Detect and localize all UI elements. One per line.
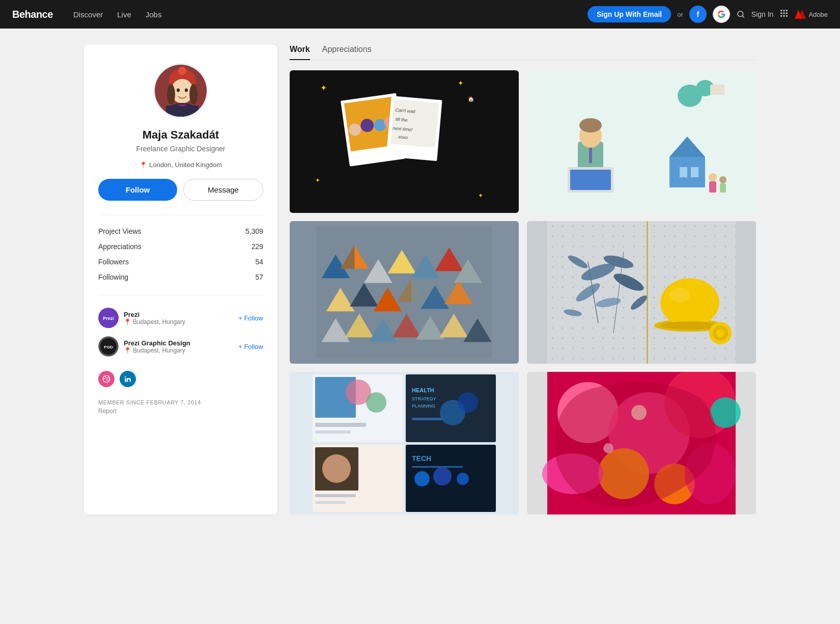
location-icon: 📍 [139, 161, 147, 169]
svg-rect-55 [570, 170, 611, 190]
stat-label-followers: Followers [98, 258, 129, 266]
project-card-2[interactable] [527, 70, 756, 213]
svg-rect-44 [390, 99, 439, 148]
following-item-prezi-gd: PGD Prezi Graphic Design 📍 Budapest, Hun… [98, 332, 263, 361]
avatar-image [155, 65, 208, 118]
prezi-location-icon: 📍 [124, 318, 131, 325]
behance-logo[interactable]: Behance [12, 9, 53, 20]
project-card-6[interactable] [527, 372, 756, 514]
svg-text:TECH: TECH [412, 454, 431, 463]
project-5-presentations: HEALTH STRATEGY PLANNING [290, 372, 519, 514]
signup-button[interactable]: Sign Up With Email [587, 6, 671, 22]
svg-point-18 [167, 84, 175, 104]
adobe-logo-icon [795, 10, 806, 19]
svg-point-0 [738, 11, 743, 17]
stat-project-views: Project Views 5,309 [98, 224, 263, 239]
svg-rect-23 [166, 105, 199, 118]
svg-rect-108 [647, 221, 648, 364]
profile-name: Maja Szakadát [143, 128, 219, 142]
svg-text:STRATEGY: STRATEGY [412, 396, 436, 401]
svg-point-53 [579, 118, 602, 132]
search-icon[interactable] [736, 10, 745, 19]
dribbble-link[interactable] [98, 371, 115, 387]
svg-point-125 [458, 392, 478, 413]
svg-rect-126 [412, 418, 442, 420]
project-3-triangles [295, 226, 514, 359]
project-card-4[interactable] [527, 221, 756, 364]
svg-rect-131 [315, 501, 346, 504]
message-button[interactable]: Message [183, 179, 263, 201]
svg-point-135 [414, 471, 430, 486]
prezi-name[interactable]: Prezi [124, 311, 233, 318]
svg-rect-63 [720, 183, 726, 193]
tab-appreciations[interactable]: Appreciations [322, 45, 372, 60]
dribbble-icon [102, 375, 110, 383]
profile-location: 📍 London, United Kingdom [139, 161, 222, 169]
main-content: Work Appreciations ✦ ✦ ✦ ✦ 🏠 [290, 45, 756, 514]
tab-work[interactable]: Work [290, 45, 310, 60]
svg-point-62 [719, 176, 726, 183]
stat-value-project-views: 5,309 [245, 227, 263, 235]
project-card-3[interactable] [290, 221, 519, 364]
prezi-logo: Prezi [98, 308, 119, 328]
nav-discover[interactable]: Discover [73, 10, 103, 19]
page-content: Maja Szakadát Freelance Graphic Designer… [64, 29, 776, 531]
navbar-right: Sign Up With Email or f Sign In Adobe [587, 6, 828, 23]
svg-point-146 [710, 397, 741, 428]
stat-label-project-views: Project Views [98, 227, 142, 235]
stats-section: Project Views 5,309 Appreciations 229 Fo… [98, 215, 263, 285]
prezi-gd-info: Prezi Graphic Design 📍 Budapest, Hungary [124, 339, 233, 354]
following-item-prezi: Prezi Prezi 📍 Budapest, Hungary + Follow [98, 304, 263, 332]
stat-value-followers: 54 [255, 258, 263, 266]
profile-sidebar: Maja Szakadát Freelance Graphic Designer… [84, 45, 277, 514]
svg-point-21 [185, 89, 188, 92]
signin-link[interactable]: Sign In [751, 10, 774, 18]
stat-following: Following 57 [98, 269, 263, 285]
avatar [153, 63, 208, 118]
location-text: London, United Kingdom [149, 161, 222, 169]
svg-rect-61 [709, 181, 716, 193]
project-card-1[interactable]: ✦ ✦ ✦ ✦ 🏠 [290, 70, 519, 213]
svg-text:✦: ✦ [478, 192, 483, 199]
stat-value-appreciations: 229 [251, 242, 263, 251]
follow-prezi-button[interactable]: + Follow [238, 314, 263, 322]
apps-icon[interactable] [779, 9, 789, 20]
prezi-info: Prezi 📍 Budapest, Hungary [124, 311, 233, 325]
svg-rect-4 [786, 10, 788, 11]
svg-point-20 [177, 89, 180, 92]
follow-button[interactable]: Follow [98, 179, 177, 201]
stat-label-appreciations: Appreciations [98, 242, 142, 251]
svg-point-136 [433, 467, 452, 485]
prezi-gd-location: 📍 Budapest, Hungary [124, 347, 233, 354]
prezi-logo-icon: Prezi [102, 312, 115, 324]
project-card-5[interactable]: HEALTH STRATEGY PLANNING [290, 372, 519, 514]
facebook-login-button[interactable]: f [689, 6, 707, 23]
nav-live[interactable]: Live [117, 10, 131, 19]
svg-text:✦: ✦ [458, 79, 464, 87]
svg-rect-119 [315, 430, 351, 433]
follow-prezi-gd-button[interactable]: + Follow [238, 343, 263, 350]
google-icon [717, 10, 725, 18]
svg-rect-3 [783, 10, 785, 11]
project-2-illustration [527, 70, 756, 213]
prezi-gd-name[interactable]: Prezi Graphic Design [124, 339, 233, 347]
nav-jobs[interactable]: Jobs [146, 10, 162, 19]
linkedin-icon [124, 375, 131, 383]
svg-point-16 [178, 67, 186, 75]
svg-text:✦: ✦ [315, 177, 320, 184]
prezi-gd-logo-icon: PGD [99, 337, 118, 356]
svg-rect-6 [783, 12, 785, 14]
social-links [98, 371, 136, 387]
nav-links: Discover Live Jobs [73, 10, 575, 19]
svg-text:HEALTH: HEALTH [412, 387, 434, 393]
svg-point-107 [669, 288, 690, 302]
report-link[interactable]: Report [98, 408, 117, 415]
svg-rect-29 [125, 378, 126, 382]
stat-followers: Followers 54 [98, 254, 263, 269]
prezi-gd-location-icon: 📍 [124, 347, 131, 354]
linkedin-link[interactable] [120, 371, 136, 387]
google-login-button[interactable] [713, 6, 730, 23]
project-6-abstract [527, 372, 756, 514]
svg-rect-134 [412, 466, 463, 468]
svg-text:✦: ✦ [320, 84, 327, 92]
